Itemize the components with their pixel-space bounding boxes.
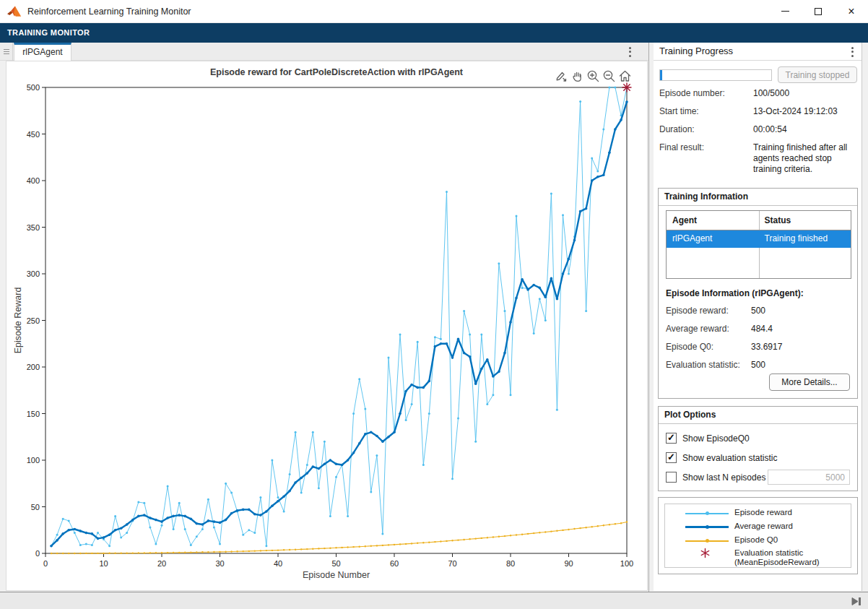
matlab-logo-icon	[7, 5, 22, 18]
rl-training-monitor-window: { "window": { "title": "Reinforcement Le…	[0, 0, 868, 609]
line-dot-swatch	[685, 511, 729, 515]
training-progress-bar	[659, 69, 772, 81]
legend-item-episode-reward: Episode reward	[665, 507, 851, 519]
skip-forward-icon[interactable]	[851, 596, 862, 605]
svg-text:50: 50	[331, 559, 340, 568]
legend-label: Average reward	[734, 522, 793, 531]
figure-panel: 0102030405060708090100050100150200250300…	[6, 61, 648, 591]
progress-fill	[660, 70, 662, 80]
row-value: 100/5000	[753, 88, 857, 99]
export-icon[interactable]	[555, 69, 568, 83]
checkbox-label: Show last N episodes	[682, 472, 765, 483]
row-value: 33.6917	[751, 342, 782, 352]
chart-title: Episode reward for CartPoleDiscreteActio…	[45, 67, 628, 77]
asterisk-marker-icon	[700, 548, 711, 558]
axes-toolbar	[555, 69, 632, 83]
zoom-out-icon[interactable]	[602, 69, 616, 83]
line-dot-swatch	[685, 525, 729, 529]
table-header-row: Agent Status	[667, 211, 851, 230]
n-episodes-input[interactable]	[768, 470, 850, 485]
agent-status-table: Agent Status rlPGAgent Training finished	[666, 210, 851, 279]
svg-text:350: 350	[27, 223, 40, 232]
row-label: Episode reward:	[666, 306, 750, 316]
show-last-n-episodes-checkbox[interactable]	[666, 472, 677, 483]
row-value: 500	[751, 306, 765, 316]
maximize-button[interactable]	[802, 0, 835, 22]
svg-text:70: 70	[448, 559, 456, 568]
svg-text:100: 100	[620, 559, 633, 568]
svg-text:0: 0	[35, 549, 40, 558]
minimize-button[interactable]	[768, 0, 802, 22]
pan-hand-icon[interactable]	[570, 69, 584, 83]
row-label: Episode number:	[659, 88, 750, 98]
episode-reward-chart[interactable]: 0102030405060708090100050100150200250300…	[6, 61, 648, 592]
title-bar: Reinforcement Learning Training Monitor …	[0, 0, 868, 23]
close-icon: ×	[848, 6, 854, 17]
svg-text:80: 80	[506, 559, 515, 568]
more-details-button[interactable]: More Details...	[769, 373, 850, 391]
row-value: 484.4	[751, 324, 773, 334]
svg-text:400: 400	[27, 176, 40, 185]
zoom-in-icon[interactable]	[586, 69, 600, 83]
legend-label: Episode Q0	[734, 535, 778, 545]
status-cell: Training finished	[765, 230, 828, 247]
toolstrip-tab-training-monitor[interactable]: TRAINING MONITOR	[0, 23, 90, 43]
row-label: Average reward:	[666, 324, 750, 334]
legend-box: Episode reward Average reward Episode Q0…	[664, 504, 851, 568]
toolstrip: TRAINING MONITOR	[0, 23, 868, 43]
svg-text:250: 250	[27, 316, 40, 325]
training-stopped-button[interactable]: Training stopped	[778, 66, 857, 83]
svg-text:450: 450	[27, 130, 40, 139]
maximize-icon	[815, 8, 822, 15]
document-tab-bar: rlPGAgent	[0, 43, 648, 61]
row-value: 13-Oct-2024 19:12:03	[753, 106, 857, 117]
checkbox-label: Show evaluation statistic	[682, 453, 777, 463]
checkbox-label: Show EpisodeQ0	[682, 433, 750, 444]
svg-text:150: 150	[27, 410, 40, 418]
svg-text:Episode Reward: Episode Reward	[13, 288, 23, 354]
show-evaluation-statistic-checkbox[interactable]	[666, 452, 677, 463]
row-label: Final result:	[659, 142, 750, 152]
legend-label: Episode reward	[734, 508, 792, 517]
home-icon[interactable]	[618, 69, 632, 83]
svg-text:Episode Number: Episode Number	[303, 570, 370, 580]
row-value: 500	[751, 360, 765, 370]
svg-text:10: 10	[99, 559, 108, 568]
section-title: Training Information	[659, 189, 857, 206]
plot-options-section: Plot Options Show EpisodeQ0 Show evaluat…	[658, 406, 858, 491]
show-episodeq0-checkbox[interactable]	[666, 433, 677, 444]
panel-title: Training Progress	[654, 43, 862, 60]
legend-item-evaluation-statistic: Evaluation statistic (MeanEpisodeReward)	[665, 548, 851, 568]
svg-text:500: 500	[27, 83, 40, 92]
svg-text:200: 200	[27, 363, 40, 371]
training-progress-panel: Training Progress Training stopped Episo…	[654, 43, 862, 591]
drag-grip-icon[interactable]	[0, 43, 13, 61]
svg-text:0: 0	[43, 559, 48, 568]
episode-information-title: Episode Information (rlPGAgent):	[666, 288, 804, 298]
row-label: Duration:	[659, 124, 750, 134]
section-title: Plot Options	[659, 407, 857, 424]
row-label: Start time:	[659, 106, 750, 116]
panel-divider	[648, 43, 649, 592]
svg-text:30: 30	[215, 559, 224, 568]
row-label: Evaluation statistic:	[666, 360, 750, 370]
tab-options-kebab-icon[interactable]	[623, 43, 636, 61]
legend-item-episode-q0: Episode Q0	[665, 535, 851, 546]
close-button[interactable]: ×	[835, 0, 868, 22]
row-label: Episode Q0:	[666, 342, 750, 352]
svg-text:100: 100	[27, 456, 40, 465]
agent-cell: rlPGAgent	[672, 230, 755, 247]
legend-item-average-reward: Average reward	[665, 521, 851, 532]
table-row[interactable]: rlPGAgent Training finished	[667, 230, 851, 248]
row-value: Training finished after all agents reach…	[753, 142, 857, 175]
tab-rlpgagent[interactable]: rlPGAgent	[14, 43, 71, 61]
legend-label: Evaluation statistic (MeanEpisodeReward)	[734, 548, 820, 567]
minimize-icon	[781, 11, 789, 12]
panel-options-kebab-icon[interactable]	[846, 43, 859, 61]
row-value: 00:00:54	[753, 124, 857, 135]
legend-section: Episode reward Average reward Episode Q0…	[658, 497, 858, 574]
column-header-agent: Agent	[672, 211, 755, 230]
svg-text:60: 60	[390, 559, 399, 568]
panel-header: Training Progress	[654, 43, 862, 61]
line-dot-swatch	[685, 539, 729, 543]
